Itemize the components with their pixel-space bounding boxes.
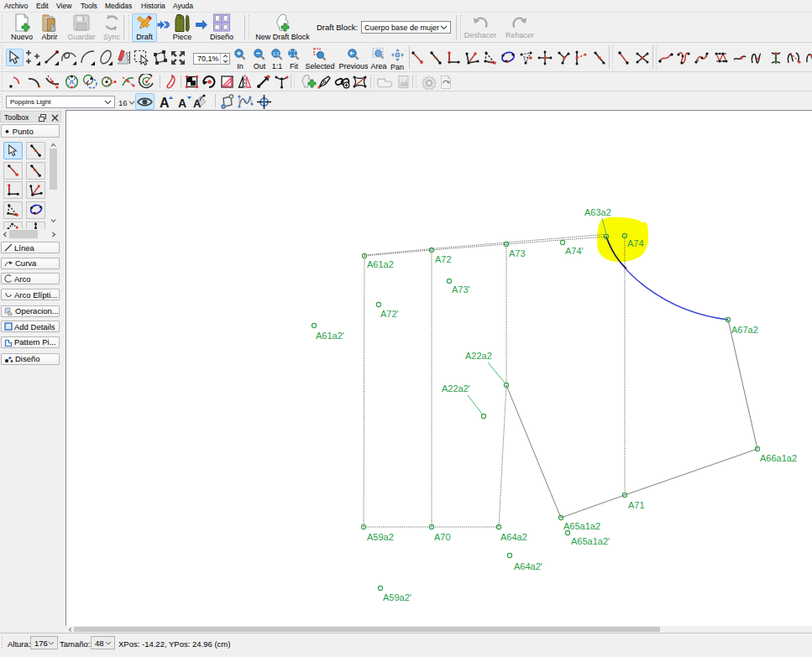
svg-text:1:1: 1:1 xyxy=(273,51,280,56)
svg-text:A67a2: A67a2 xyxy=(731,325,758,335)
svg-text:A74': A74' xyxy=(565,246,584,256)
svg-text:A64a2: A64a2 xyxy=(500,532,527,542)
svg-text:A64a2': A64a2' xyxy=(514,561,542,571)
svg-text:A59a2: A59a2 xyxy=(367,532,394,542)
svg-text:A61a2: A61a2 xyxy=(367,259,394,269)
svg-text:A65a1a2': A65a1a2' xyxy=(571,536,610,546)
svg-text:A: A xyxy=(160,96,170,109)
svg-text:A73: A73 xyxy=(509,248,526,258)
svg-text:A61a2': A61a2' xyxy=(316,331,344,341)
svg-text:A22a2': A22a2' xyxy=(442,383,470,394)
svg-text:A72: A72 xyxy=(435,254,452,264)
svg-text:A72': A72' xyxy=(380,309,399,319)
svg-text:A70: A70 xyxy=(434,532,451,542)
svg-text:A59a2': A59a2' xyxy=(383,592,411,602)
svg-text:A74: A74 xyxy=(627,238,644,248)
svg-text:A65a1a2: A65a1a2 xyxy=(563,521,600,531)
svg-text:A: A xyxy=(178,96,186,109)
svg-text:A71: A71 xyxy=(628,500,645,510)
svg-text:A22a2: A22a2 xyxy=(465,351,492,361)
svg-text:A63a2: A63a2 xyxy=(584,207,611,217)
svg-text:A73': A73' xyxy=(452,284,470,295)
svg-text:A66a1a2: A66a1a2 xyxy=(760,453,797,463)
